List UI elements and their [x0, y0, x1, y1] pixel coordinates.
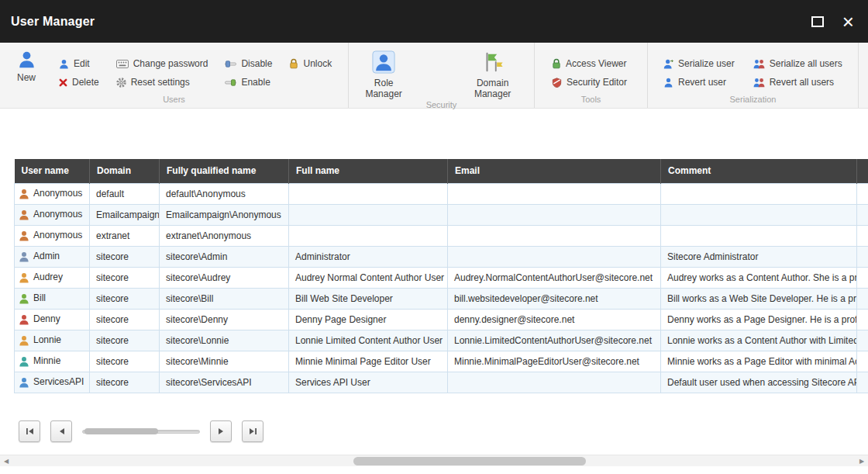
security-editor-button[interactable]: Security Editor: [552, 77, 627, 88]
cell-domain: sitecore: [90, 351, 160, 372]
first-page-icon: [26, 427, 34, 435]
cell-user-name: Anonymous: [15, 204, 90, 225]
column-header-extra: [857, 159, 868, 183]
table-row[interactable]: Anonymousdefaultdefault\Anonymous: [15, 183, 868, 204]
column-header-comment[interactable]: Comment: [661, 159, 857, 183]
previous-page-button[interactable]: [50, 420, 72, 442]
change-password-button[interactable]: Change password: [116, 58, 208, 69]
cell-user-name: Minnie: [15, 351, 90, 372]
unlock-button[interactable]: Unlock: [289, 58, 332, 69]
maximize-button[interactable]: [796, 16, 824, 27]
close-icon: ×: [842, 12, 854, 32]
security-editor-shield-icon: [552, 78, 562, 88]
group-label-security: Security: [349, 99, 534, 113]
role-manager-icon: [372, 50, 395, 74]
ribbon-group-serialization: Serialize user Revert user Serialize all…: [648, 43, 859, 108]
cell-user-name: Admin: [15, 246, 90, 267]
delete-button[interactable]: Delete: [59, 77, 99, 88]
scroll-right-arrow-icon[interactable]: ▶: [856, 455, 868, 466]
table-row[interactable]: ServicesAPIsitecoresitecore\ServicesAPIS…: [15, 372, 868, 393]
new-user-label: New: [17, 72, 36, 83]
cell-domain: sitecore: [90, 330, 160, 351]
table-row[interactable]: Lonniesitecoresitecore\LonnieLonnie Limi…: [15, 330, 868, 351]
cell-comment: Denny works as a Page Designer. He is a …: [661, 309, 857, 330]
cell-user-name: Lonnie: [15, 330, 90, 351]
cell-full-name: Denny Page Designer: [289, 309, 448, 330]
access-viewer-button[interactable]: Access Viewer: [552, 58, 627, 69]
cell-comment: Lonnie works as a Content Author with Li…: [661, 330, 857, 351]
cell-extra: [857, 225, 868, 246]
group-label-users: Users: [0, 94, 348, 108]
cell-comment: [661, 225, 857, 246]
cell-fully-qualified-name: sitecore\Lonnie: [160, 330, 289, 351]
cell-fully-qualified-name: extranet\Anonymous: [160, 225, 289, 246]
cell-full-name: Minnie Minimal Page Editor User: [289, 351, 448, 372]
cell-email: [448, 204, 661, 225]
new-user-button[interactable]: New: [11, 46, 42, 83]
horizontal-scrollbar-track[interactable]: [12, 455, 856, 466]
cell-extra: [857, 246, 868, 267]
enable-icon: [225, 79, 236, 86]
table-row[interactable]: Anonymousextranetextranet\Anonymous: [15, 225, 868, 246]
delete-label: Delete: [72, 77, 99, 88]
table-row[interactable]: Audreysitecoresitecore\AudreyAudrey Norm…: [15, 267, 868, 288]
user-icon: [19, 189, 29, 199]
user-icon: [19, 230, 29, 241]
user-icon: [19, 377, 29, 388]
user-name-text: Minnie: [33, 355, 60, 366]
domain-manager-button[interactable]: Domain Manager: [451, 46, 534, 99]
table-row[interactable]: Billsitecoresitecore\BillBill Web Site D…: [15, 288, 868, 309]
ribbon-group-users: New Edit Delete: [0, 43, 349, 108]
reset-settings-button[interactable]: Reset settings: [116, 77, 208, 88]
user-table-container: User name Domain Fully qualified name Fu…: [14, 159, 868, 396]
horizontal-scrollbar[interactable]: ◀ ▶: [0, 455, 868, 466]
cell-comment: Audrey works as a Content Author. She is…: [661, 267, 857, 288]
role-manager-button[interactable]: Role Manager: [349, 46, 418, 99]
pager-slider[interactable]: [82, 420, 200, 442]
cell-fully-qualified-name: sitecore\Minnie: [160, 351, 289, 372]
horizontal-scrollbar-thumb[interactable]: [353, 457, 586, 465]
cell-extra: [857, 372, 868, 393]
access-viewer-label: Access Viewer: [566, 58, 626, 69]
column-header-user-name[interactable]: User name: [15, 159, 90, 183]
close-button[interactable]: ×: [842, 12, 854, 32]
serialize-all-users-button[interactable]: Serialize all users: [753, 58, 842, 69]
cell-email: [448, 225, 661, 246]
user-name-text: ServicesAPI: [33, 376, 84, 387]
table-row[interactable]: Minniesitecoresitecore\MinnieMinnie Mini…: [15, 351, 868, 372]
revert-all-users-button[interactable]: Revert all users: [753, 77, 842, 88]
column-header-domain[interactable]: Domain: [90, 159, 160, 183]
last-page-button[interactable]: [242, 420, 264, 442]
serialize-all-users-icon: [753, 59, 765, 69]
domain-manager-label: Domain Manager: [457, 78, 528, 99]
scroll-left-arrow-icon[interactable]: ◀: [0, 455, 12, 466]
cell-email: Minnie.MinimalPageEditorUser@sitecore.ne…: [448, 351, 661, 372]
cell-full-name: Audrey Normal Content Author User: [289, 267, 448, 288]
table-row[interactable]: AnonymousEmailcampaignEmailcampaign\Anon…: [15, 204, 868, 225]
domain-manager-icon: [481, 50, 505, 74]
table-row[interactable]: Adminsitecoresitecore\AdminAdministrator…: [15, 246, 868, 267]
pager-slider-thumb[interactable]: [84, 428, 158, 434]
first-page-button[interactable]: [19, 420, 40, 442]
pager: [19, 420, 264, 442]
column-header-fully-qualified-name[interactable]: Fully qualified name: [160, 159, 289, 183]
cell-full-name: [289, 225, 448, 246]
unlock-label: Unlock: [303, 58, 332, 69]
disable-button[interactable]: Disable: [225, 58, 272, 69]
cell-email: bill.websitedeveloper@sitecore.net: [448, 288, 661, 309]
cell-user-name: Anonymous: [15, 183, 90, 204]
table-row[interactable]: Dennysitecoresitecore\DennyDenny Page De…: [15, 309, 868, 330]
ribbon: New Edit Delete: [0, 43, 868, 109]
column-header-email[interactable]: Email: [448, 159, 661, 183]
edit-button[interactable]: Edit: [59, 58, 99, 69]
revert-user-button[interactable]: Revert user: [663, 77, 735, 88]
enable-button[interactable]: Enable: [225, 77, 272, 88]
next-page-button[interactable]: [210, 420, 232, 442]
cell-full-name: Administrator: [289, 246, 448, 267]
ribbon-filler: [859, 43, 868, 108]
user-icon: [19, 314, 29, 325]
revert-all-users-icon: [753, 78, 765, 88]
serialize-user-button[interactable]: Serialize user: [663, 58, 735, 69]
cell-fully-qualified-name: default\Anonymous: [160, 183, 289, 204]
column-header-full-name[interactable]: Full name: [289, 159, 448, 183]
